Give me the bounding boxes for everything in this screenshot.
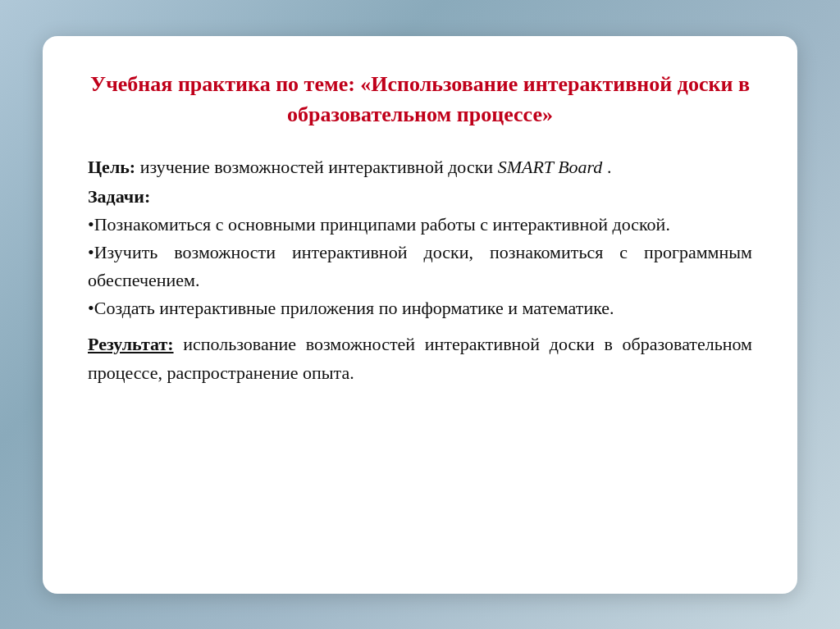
content-area: Цель: изучение возможностей интерактивно… — [88, 153, 752, 387]
bullet1-paragraph: •Познакомиться с основными принципами ра… — [88, 211, 752, 239]
tsil-text: изучение возможностей интерактивной доск… — [135, 157, 497, 177]
rezultat-text: использование возможностей интерактивной… — [88, 334, 752, 382]
rezultat-label: Результат: — [88, 334, 174, 354]
bullet3-paragraph: •Создать интерактивные приложения по инф… — [88, 294, 752, 322]
main-card: Учебная практика по теме: «Использование… — [43, 36, 797, 594]
rezultat-paragraph: Результат: использование возможностей ин… — [88, 330, 752, 386]
tsil-paragraph: Цель: изучение возможностей интерактивно… — [88, 153, 752, 181]
smart-board-suffix: . — [602, 157, 611, 177]
bullet2-paragraph: •Изучить возможности интерактивной доски… — [88, 239, 752, 294]
tsil-label: Цель: — [88, 157, 135, 177]
smart-board-text: SMART Board — [498, 157, 603, 177]
zadachi-label-paragraph: Задачи: — [88, 183, 752, 211]
zadachi-label: Задачи: — [88, 186, 150, 207]
page-title: Учебная практика по теме: «Использование… — [88, 69, 752, 130]
